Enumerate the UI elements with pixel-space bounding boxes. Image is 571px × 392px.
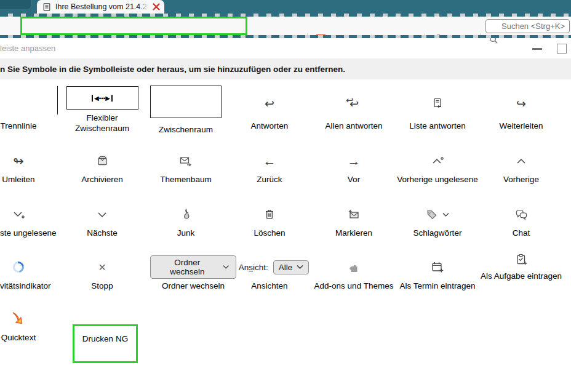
separator-line-icon — [57, 86, 58, 114]
search-input[interactable] — [485, 19, 570, 33]
item-label: Flexibler Zwischenraum — [60, 113, 144, 134]
item-label: Als Termin eintragen — [396, 281, 479, 291]
chevron-down-icon — [297, 265, 303, 270]
chevron-up-icon — [479, 148, 563, 174]
palette-item-liste-antworten[interactable]: Liste antworten — [396, 86, 479, 131]
instruction-text: n Sie Symbole in die Symbolleiste oder h… — [0, 65, 345, 74]
item-label: Nächste ungelesene — [0, 228, 60, 238]
item-label: Markieren — [312, 228, 396, 238]
item-label: Add-ons und Themes — [312, 281, 396, 291]
palette-item-als-aufgabe-eintragen[interactable]: Als Aufgabe eintragen — [479, 249, 563, 281]
palette-item-zwischenraum[interactable]: Zwischenraum — [144, 86, 228, 135]
item-label: Liste antworten — [396, 121, 479, 131]
palette-item-zurueck[interactable]: ← Zurück — [228, 148, 311, 185]
item-label: Themenbaum — [144, 174, 228, 185]
chevron-down-icon — [60, 201, 144, 228]
envelope-thread-icon — [144, 148, 228, 174]
palette-item-umleiten[interactable]: ↬ Umleiten — [0, 148, 60, 185]
chevron-down-dot-icon — [0, 201, 60, 228]
archive-box-icon — [60, 148, 144, 174]
background-tab-stub[interactable] — [0, 0, 32, 9]
item-label: Vor — [312, 174, 396, 185]
palette-item-quicktext[interactable]: Quicktext — [0, 306, 60, 343]
chevron-up-dot-icon — [396, 148, 479, 174]
activity-spinner-icon — [10, 259, 26, 274]
puzzle-piece-icon — [312, 254, 396, 281]
item-label: Stopp — [60, 281, 144, 291]
list-reply-icon — [396, 86, 479, 121]
palette-item-trennlinie[interactable]: Trennlinie — [0, 86, 60, 131]
arrow-right-icon: → — [348, 154, 361, 167]
space-icon — [150, 86, 222, 118]
palette-item-flexibler-zwischenraum[interactable]: ◀▪▪▪▶ Flexibler Zwischenraum — [60, 86, 144, 134]
tab-bar: Ihre Bestellung vom 21.4.202 — [0, 0, 571, 14]
item-label: Aktivitätsindikator — [0, 281, 60, 291]
customize-drop-indicator-bottom — [0, 35, 571, 38]
calendar-plus-icon — [396, 254, 479, 281]
ordner-wechseln-dropdown-label: Ordner wechseln — [158, 258, 217, 276]
palette-item-junk[interactable]: Junk — [144, 201, 228, 238]
redirect-arrows-icon: ↬ — [13, 154, 24, 167]
item-label: Zurück — [228, 174, 311, 185]
palette-item-markieren[interactable]: Markieren — [312, 201, 396, 238]
palette-item-loeschen[interactable]: Löschen — [228, 201, 311, 238]
palette-item-aktivitaetsindikator[interactable]: Aktivitätsindikator — [0, 254, 60, 291]
minimize-icon[interactable] — [532, 48, 542, 50]
palette-item-weiterleiten[interactable]: ↪ Weiterleiten — [479, 86, 563, 131]
palette-item-stopp[interactable]: × Stopp — [60, 254, 144, 291]
flexible-space-icon: ◀▪▪▪▶ — [66, 86, 138, 110]
item-label: Als Aufgabe eintragen — [479, 271, 563, 281]
dialog-title: leiste anpassen — [0, 38, 55, 58]
arrow-left-icon: ← — [263, 154, 276, 167]
palette-item-schlagwoerter[interactable]: Schlagwörter — [396, 201, 479, 238]
item-label: Nächste — [60, 228, 144, 238]
palette-item-als-termin-eintragen[interactable]: Als Termin eintragen — [396, 254, 479, 291]
stop-x-icon: × — [98, 261, 106, 273]
customize-palette: Trennlinie ◀▪▪▪▶ Flexibler Zwischenraum … — [0, 79, 571, 392]
item-label: Löschen — [228, 228, 311, 238]
palette-item-drucken-ng[interactable]: Drucken NG — [73, 334, 138, 343]
item-label: Weiterleiten — [479, 121, 563, 131]
palette-item-allen-antworten[interactable]: ↩↩ Allen antworten — [312, 86, 396, 131]
palette-item-antworten[interactable]: ↩ Antworten — [228, 86, 311, 131]
palette-item-ansichten[interactable]: Ansicht: Alle Ansichten — [228, 254, 320, 291]
customize-drop-indicator-top — [0, 14, 571, 17]
palette-item-naechste[interactable]: Nächste — [60, 201, 144, 238]
palette-item-vorherige[interactable]: Vorherige — [479, 148, 563, 185]
document-icon — [42, 2, 51, 12]
trash-icon — [228, 201, 311, 228]
item-label: Schlagwörter — [396, 228, 479, 238]
item-label: Umleiten — [0, 174, 60, 185]
maximize-icon[interactable] — [557, 44, 567, 54]
palette-item-addons-themes[interactable]: Add-ons und Themes — [312, 254, 396, 291]
tab-close-icon[interactable] — [153, 3, 160, 10]
item-label: Antworten — [228, 121, 311, 131]
quicktext-arrow-icon — [0, 306, 60, 332]
clipboard-plus-icon — [479, 249, 563, 271]
item-label: Vorherige ungelesene — [396, 174, 479, 185]
flame-icon — [144, 201, 228, 228]
tab-title: Ihre Bestellung vom 21.4.202 — [55, 2, 148, 11]
ansicht-dropdown[interactable]: Alle — [273, 260, 309, 274]
item-label: Allen antworten — [312, 121, 396, 131]
item-label: Archivieren — [60, 174, 144, 185]
ordner-wechseln-dropdown[interactable]: Ordner wechseln — [150, 255, 236, 279]
palette-item-themenbaum[interactable]: Themenbaum — [144, 148, 228, 185]
thunderbird-customize-toolbar-window: Ihre Bestellung vom 21.4.202 eren Ablege… — [0, 0, 571, 392]
dialog-titlebar: leiste anpassen — [0, 38, 571, 58]
palette-item-vor[interactable]: → Vor — [312, 148, 396, 185]
palette-item-chat[interactable]: Chat — [479, 201, 563, 238]
palette-item-naechste-ungelesene[interactable]: Nächste ungelesene — [0, 201, 60, 238]
ansicht-label: Ansicht: — [239, 263, 268, 272]
palette-item-vorherige-ungelesene[interactable]: Vorherige ungelesene — [396, 148, 479, 185]
item-label: Quicktext — [0, 332, 60, 343]
item-label: Zwischenraum — [144, 124, 228, 135]
forward-arrow-icon: ↪ — [516, 98, 526, 110]
palette-item-archivieren[interactable]: Archivieren — [60, 148, 144, 185]
item-label: Vorherige — [479, 174, 563, 185]
tab-mail-message[interactable]: Ihre Bestellung vom 21.4.202 — [37, 0, 164, 14]
item-label: Junk — [144, 228, 228, 238]
item-label: Drucken NG — [82, 334, 128, 343]
reply-all-arrow-icon: ↩↩ — [346, 97, 362, 110]
tag-chevron-icon — [396, 201, 479, 228]
